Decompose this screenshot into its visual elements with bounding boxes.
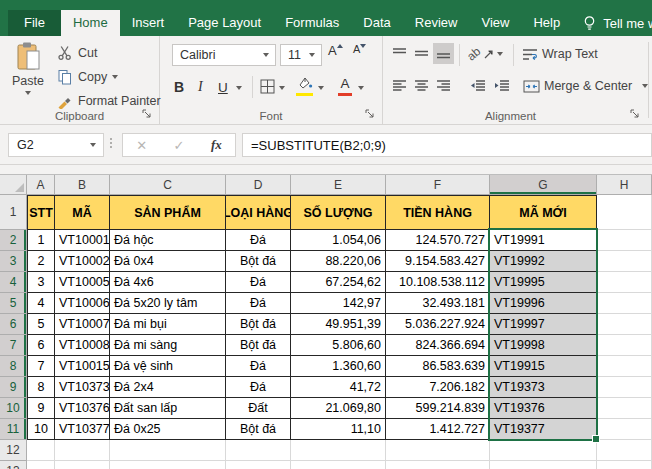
cell-E12[interactable] bbox=[291, 440, 386, 461]
cell-H3[interactable] bbox=[597, 251, 652, 272]
cell-F9[interactable]: 7.206.182 bbox=[386, 377, 490, 398]
cell-G8[interactable]: VT19915 bbox=[490, 356, 597, 377]
row-header-12[interactable]: 12 bbox=[0, 440, 27, 461]
column-header-A[interactable]: A bbox=[27, 175, 55, 195]
cell-C10[interactable]: Đất san lấp bbox=[110, 398, 226, 419]
column-header-C[interactable]: C bbox=[110, 175, 226, 195]
tab-file[interactable]: File bbox=[8, 10, 61, 36]
font-name-combobox[interactable]: Calibri bbox=[172, 44, 276, 66]
cell-G3[interactable]: VT19992 bbox=[490, 251, 597, 272]
cell-G11[interactable]: VT19377 bbox=[490, 419, 597, 440]
cell-E8[interactable]: 1.360,60 bbox=[291, 356, 386, 377]
cell-G13[interactable] bbox=[490, 461, 597, 469]
tab-help[interactable]: Help bbox=[521, 10, 572, 36]
cell-B8[interactable]: VT10015 bbox=[55, 356, 110, 377]
row-header-9[interactable]: 9 bbox=[0, 377, 27, 398]
underline-button[interactable]: U bbox=[218, 74, 228, 98]
wrap-text-button[interactable]: Wrap Text bbox=[523, 43, 598, 65]
decrease-indent-button[interactable] bbox=[467, 75, 488, 96]
cell-F6[interactable]: 5.036.227.924 bbox=[386, 314, 490, 335]
cell-B5[interactable]: VT10006 bbox=[55, 293, 110, 314]
cell-D2[interactable]: Đá bbox=[226, 230, 291, 251]
cell-D9[interactable]: Đá bbox=[226, 377, 291, 398]
cell-E2[interactable]: 1.054,06 bbox=[291, 230, 386, 251]
font-size-combobox[interactable]: 11 bbox=[280, 44, 322, 66]
cell-F3[interactable]: 9.154.583.427 bbox=[386, 251, 490, 272]
cell-B12[interactable] bbox=[55, 440, 110, 461]
cell-H4[interactable] bbox=[597, 272, 652, 293]
row-header-7[interactable]: 7 bbox=[0, 335, 27, 356]
column-header-F[interactable]: F bbox=[386, 175, 490, 195]
cell-D4[interactable]: Đá bbox=[226, 272, 291, 293]
tab-formulas[interactable]: Formulas bbox=[273, 10, 351, 36]
row-header-4[interactable]: 4 bbox=[0, 272, 27, 293]
cell-D12[interactable] bbox=[226, 440, 291, 461]
cell-F5[interactable]: 32.493.181 bbox=[386, 293, 490, 314]
cell-G12[interactable] bbox=[490, 440, 597, 461]
cell-H11[interactable] bbox=[597, 419, 652, 440]
cell-E1[interactable]: SỐ LƯỢNG bbox=[291, 195, 386, 230]
cell-E7[interactable]: 5.806,60 bbox=[291, 335, 386, 356]
paste-button[interactable]: Paste bbox=[6, 41, 50, 115]
row-header-6[interactable]: 6 bbox=[0, 314, 27, 335]
cell-D1[interactable]: LOẠI HÀNG bbox=[226, 195, 291, 230]
fill-color-dropdown[interactable] bbox=[318, 74, 324, 98]
row-header-8[interactable]: 8 bbox=[0, 356, 27, 377]
cell-C7[interactable]: Đá mi sàng bbox=[110, 335, 226, 356]
fill-color-button[interactable] bbox=[296, 74, 313, 98]
cell-E10[interactable]: 21.069,80 bbox=[291, 398, 386, 419]
cell-F7[interactable]: 824.366.694 bbox=[386, 335, 490, 356]
cell-F10[interactable]: 599.214.839 bbox=[386, 398, 490, 419]
cell-E13[interactable] bbox=[291, 461, 386, 469]
cell-E4[interactable]: 67.254,62 bbox=[291, 272, 386, 293]
clipboard-dialog-launcher-icon[interactable] bbox=[142, 109, 154, 121]
orientation-button[interactable]: ab bbox=[467, 43, 503, 65]
cell-C6[interactable]: Đá mi bụi bbox=[110, 314, 226, 335]
tab-home[interactable]: Home bbox=[61, 10, 120, 36]
cell-A1[interactable]: STT bbox=[27, 195, 55, 230]
cell-H13[interactable] bbox=[597, 461, 652, 469]
cell-C2[interactable]: Đá hộc bbox=[110, 230, 226, 251]
middle-align-button[interactable] bbox=[411, 43, 432, 64]
cell-A5[interactable]: 4 bbox=[27, 293, 55, 314]
cell-E6[interactable]: 49.951,39 bbox=[291, 314, 386, 335]
cut-button[interactable]: Cut bbox=[57, 43, 97, 63]
cell-B2[interactable]: VT10001 bbox=[55, 230, 110, 251]
font-dialog-launcher-icon[interactable] bbox=[365, 109, 377, 121]
cell-F13[interactable] bbox=[386, 461, 490, 469]
cell-E11[interactable]: 11,10 bbox=[291, 419, 386, 440]
cancel-icon[interactable]: ✕ bbox=[136, 138, 147, 153]
grow-font-button[interactable]: A bbox=[328, 43, 343, 58]
cell-G2[interactable]: VT19991 bbox=[490, 230, 597, 251]
cell-A2[interactable]: 1 bbox=[27, 230, 55, 251]
cell-F4[interactable]: 10.108.538.112 bbox=[386, 272, 490, 293]
tab-insert[interactable]: Insert bbox=[120, 10, 177, 36]
cell-C11[interactable]: Đá 0x25 bbox=[110, 419, 226, 440]
cell-H6[interactable] bbox=[597, 314, 652, 335]
cell-G10[interactable]: VT19376 bbox=[490, 398, 597, 419]
column-header-D[interactable]: D bbox=[226, 175, 291, 195]
italic-button[interactable]: I bbox=[198, 74, 203, 98]
cell-B13[interactable] bbox=[55, 461, 110, 469]
cell-F8[interactable]: 86.583.639 bbox=[386, 356, 490, 377]
cell-C13[interactable] bbox=[110, 461, 226, 469]
tab-review[interactable]: Review bbox=[403, 10, 470, 36]
copy-button[interactable]: Copy bbox=[57, 67, 118, 87]
cell-G4[interactable]: VT19995 bbox=[490, 272, 597, 293]
cell-A7[interactable]: 6 bbox=[27, 335, 55, 356]
cell-D5[interactable]: Đá bbox=[226, 293, 291, 314]
cell-G7[interactable]: VT19998 bbox=[490, 335, 597, 356]
row-header-10[interactable]: 10 bbox=[0, 398, 27, 419]
formula-bar-grip[interactable] bbox=[110, 138, 112, 148]
bold-button[interactable]: B bbox=[174, 74, 184, 98]
cell-D10[interactable]: Đất bbox=[226, 398, 291, 419]
cell-C12[interactable] bbox=[110, 440, 226, 461]
alignment-dialog-launcher-icon[interactable] bbox=[630, 109, 642, 121]
row-header-11[interactable]: 11 bbox=[0, 419, 27, 440]
align-right-button[interactable] bbox=[433, 75, 454, 96]
column-header-B[interactable]: B bbox=[55, 175, 110, 195]
cell-C8[interactable]: Đá vệ sinh bbox=[110, 356, 226, 377]
cell-E3[interactable]: 88.220,06 bbox=[291, 251, 386, 272]
cell-F12[interactable] bbox=[386, 440, 490, 461]
increase-indent-button[interactable] bbox=[491, 75, 512, 96]
